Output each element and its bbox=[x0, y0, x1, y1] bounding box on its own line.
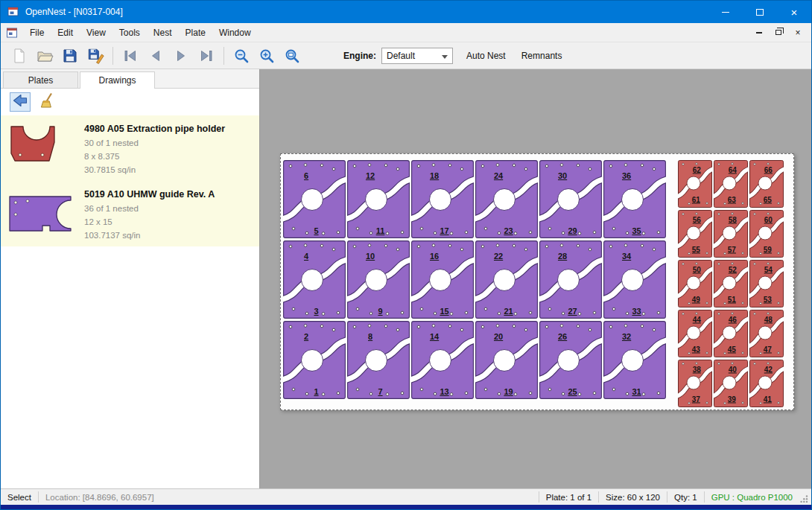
nest-part-pair[interactable]: 3635 bbox=[603, 160, 666, 238]
part-number: 52 bbox=[729, 266, 737, 274]
nest-part-pair[interactable]: 1615 bbox=[411, 240, 474, 319]
nest-part-pair[interactable]: 2625 bbox=[539, 321, 602, 399]
document-icon bbox=[7, 28, 19, 38]
minimize-button[interactable] bbox=[708, 1, 743, 23]
nest-part-pair[interactable]: 5857 bbox=[714, 210, 748, 258]
plate-sheet[interactable]: 6512111817242330293635431091615222128273… bbox=[280, 153, 794, 410]
menu-item-window[interactable]: Window bbox=[212, 24, 258, 42]
menu-item-view[interactable]: View bbox=[80, 24, 112, 42]
save-as-icon bbox=[86, 47, 104, 65]
send-to-nest-icon bbox=[11, 92, 29, 112]
status-size: Size: 60 x 120 bbox=[599, 493, 667, 502]
nest-part-pair[interactable]: 5655 bbox=[678, 210, 712, 258]
app-window: OpenNest - [N0317-004] × FileEditViewToo… bbox=[0, 0, 812, 510]
engine-value: Default bbox=[387, 51, 415, 61]
part-number: 16 bbox=[430, 252, 439, 261]
menu-item-plate[interactable]: Plate bbox=[179, 24, 212, 42]
nest-part-pair[interactable]: 4645 bbox=[714, 310, 748, 357]
new-button[interactable] bbox=[7, 45, 32, 67]
mdi-minimize-button[interactable] bbox=[753, 27, 765, 39]
nest-part-pair[interactable]: 1211 bbox=[347, 160, 410, 238]
menu-item-file[interactable]: File bbox=[23, 24, 51, 42]
part-number: 35 bbox=[632, 226, 641, 235]
zoom-fit-button[interactable] bbox=[279, 45, 305, 67]
nest-part-pair[interactable]: 21 bbox=[283, 321, 346, 399]
nest-part-pair[interactable]: 109 bbox=[347, 240, 410, 319]
nest-part-pair[interactable]: 4443 bbox=[678, 310, 712, 357]
resize-grip[interactable] bbox=[799, 491, 810, 503]
part-number: 5 bbox=[314, 226, 318, 235]
nest-part-pair[interactable]: 1817 bbox=[411, 160, 474, 238]
menu-item-edit[interactable]: Edit bbox=[51, 24, 80, 42]
mdi-restore-button[interactable] bbox=[773, 27, 784, 39]
part-number: 42 bbox=[764, 366, 773, 374]
zoom-in-icon bbox=[258, 47, 276, 65]
nest-part-pair[interactable]: 1413 bbox=[411, 321, 474, 399]
part-number: 40 bbox=[729, 366, 737, 374]
nest-part-pair[interactable]: 5251 bbox=[714, 260, 748, 307]
restore-icon bbox=[775, 30, 781, 35]
part-number: 54 bbox=[764, 266, 773, 274]
part-number: 31 bbox=[632, 387, 641, 396]
nest-part-pair[interactable]: 6261 bbox=[678, 160, 712, 208]
remnants-button[interactable]: Remnants bbox=[519, 48, 565, 64]
part-number: 59 bbox=[764, 246, 772, 254]
tab-plates[interactable]: Plates bbox=[3, 71, 78, 88]
first-button[interactable] bbox=[118, 45, 143, 67]
zoom-in-button[interactable] bbox=[254, 45, 279, 67]
nest-part-pair[interactable]: 2423 bbox=[475, 160, 538, 238]
nest-canvas[interactable]: 6512111817242330293635431091615222128273… bbox=[260, 69, 811, 488]
nest-part-pair[interactable]: 43 bbox=[283, 240, 346, 319]
nest-part-pair[interactable]: 4241 bbox=[749, 360, 784, 407]
nest-part-pair[interactable]: 4847 bbox=[749, 310, 784, 357]
nest-part-pair[interactable]: 3231 bbox=[603, 321, 666, 399]
nest-part-pair[interactable]: 3837 bbox=[678, 360, 712, 407]
mdi-close-button[interactable]: × bbox=[792, 27, 804, 39]
close-button[interactable]: × bbox=[777, 1, 811, 23]
nest-part-pair[interactable]: 4039 bbox=[714, 360, 748, 407]
part-number: 20 bbox=[494, 332, 503, 341]
menu-item-nest[interactable]: Nest bbox=[147, 24, 179, 42]
tab-drawings[interactable]: Drawings bbox=[80, 71, 155, 89]
last-icon bbox=[197, 47, 215, 65]
nest-part-pair[interactable]: 5049 bbox=[678, 260, 712, 307]
nest-part-pair[interactable]: 2221 bbox=[475, 240, 538, 319]
nest-part-pair[interactable]: 3029 bbox=[539, 160, 602, 238]
nest-part-pair[interactable]: 6059 bbox=[749, 210, 784, 258]
open-button[interactable] bbox=[32, 45, 57, 67]
nest-part-pair[interactable]: 6665 bbox=[749, 160, 784, 208]
nest-part-pair[interactable]: 65 bbox=[283, 160, 346, 238]
window-bottom-border bbox=[1, 505, 811, 509]
status-plate: Plate: 1 of 1 bbox=[539, 493, 598, 502]
next-icon bbox=[172, 47, 190, 65]
title-bar: OpenNest - [N0317-004] × bbox=[1, 1, 811, 23]
part-title: 4980 A05 Extraction pipe holder bbox=[84, 124, 225, 134]
maximize-button[interactable] bbox=[743, 1, 777, 23]
part-number: 41 bbox=[764, 395, 772, 404]
previous-button[interactable] bbox=[143, 45, 168, 67]
auto-nest-button[interactable]: Auto Nest bbox=[464, 48, 508, 64]
last-button[interactable] bbox=[194, 45, 219, 67]
nest-part-pair[interactable]: 5453 bbox=[749, 260, 784, 307]
part-number: 22 bbox=[494, 252, 503, 261]
menu-item-tools[interactable]: Tools bbox=[112, 24, 147, 42]
save-as-button[interactable] bbox=[83, 45, 108, 67]
nest-part-pair[interactable]: 6463 bbox=[714, 160, 748, 208]
part-number: 34 bbox=[622, 252, 631, 261]
nest-part-pair[interactable]: 2827 bbox=[539, 240, 602, 319]
engine-select[interactable]: Default bbox=[381, 48, 453, 64]
engine-label: Engine: bbox=[343, 51, 376, 61]
nest-part-pair[interactable]: 3433 bbox=[603, 240, 666, 319]
clean-button[interactable] bbox=[37, 92, 58, 112]
nest-part-pair[interactable]: 2019 bbox=[475, 321, 538, 399]
part-number: 32 bbox=[622, 332, 631, 341]
sidebar-tabs: PlatesDrawings bbox=[1, 69, 259, 89]
save-button[interactable] bbox=[57, 45, 83, 67]
part-number: 29 bbox=[568, 226, 577, 235]
part-list-item[interactable]: 4980 A05 Extraction pipe holder30 of 1 n… bbox=[1, 115, 259, 181]
zoom-out-button[interactable] bbox=[229, 45, 254, 67]
next-button[interactable] bbox=[168, 45, 194, 67]
part-list-item[interactable]: 5019 A10 UHMW guide Rev. A36 of 1 nested… bbox=[1, 181, 259, 246]
send-to-nest-button[interactable] bbox=[10, 92, 31, 112]
nest-part-pair[interactable]: 87 bbox=[347, 321, 410, 399]
